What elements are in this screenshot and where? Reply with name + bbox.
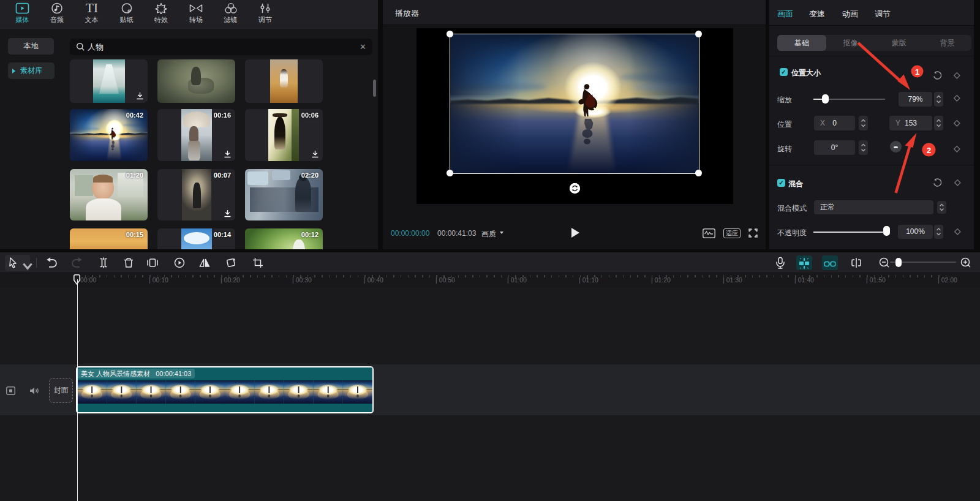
svg-text:2: 2: [927, 146, 931, 155]
svg-text:1: 1: [915, 67, 919, 77]
svg-text:TI: TI: [86, 2, 98, 14]
